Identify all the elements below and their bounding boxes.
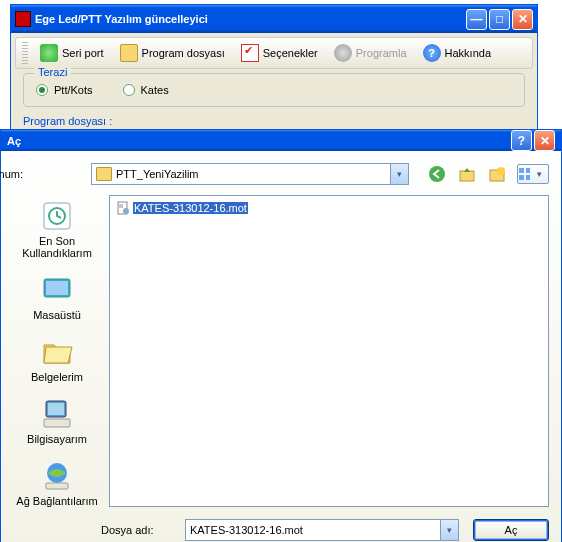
location-label: Konum:	[0, 168, 23, 180]
file-list[interactable]: KATES-313012-16.mot	[109, 195, 549, 507]
main-toolbar: Seri port Program dosyası Seçenekler Pro…	[15, 37, 533, 69]
up-button[interactable]	[457, 164, 477, 184]
svg-rect-14	[44, 419, 70, 427]
dialog-close-button[interactable]: ✕	[534, 130, 555, 151]
svg-rect-11	[46, 281, 68, 295]
radio-ptt-kots[interactable]: Ptt/Kots	[36, 84, 93, 96]
place-network[interactable]: Ağ Bağlantılarım	[13, 459, 101, 507]
new-folder-button[interactable]	[487, 164, 507, 184]
location-value: PTT_YeniYazilim	[116, 168, 199, 180]
place-recent[interactable]: En Son Kullandıklarım	[13, 199, 101, 259]
filename-input[interactable]: KATES-313012-16.mot	[185, 519, 459, 541]
location-combo[interactable]: PTT_YeniYazilim	[91, 163, 409, 185]
filename-label: Dosya adı:	[101, 524, 171, 536]
chevron-down-icon[interactable]	[440, 520, 458, 540]
documents-icon	[40, 335, 74, 369]
svg-rect-6	[519, 175, 524, 180]
secenekler-button[interactable]: Seçenekler	[235, 42, 324, 64]
svg-rect-4	[519, 168, 524, 173]
network-icon	[40, 459, 74, 493]
radio-dot-icon	[123, 84, 135, 96]
file-name: KATES-313012-16.mot	[133, 202, 248, 214]
gear-icon	[334, 44, 352, 62]
minimize-button[interactable]: —	[466, 9, 487, 30]
dialog-help-button[interactable]: ?	[511, 130, 532, 151]
groupbox-legend: Terazi	[34, 66, 71, 78]
seri-port-button[interactable]: Seri port	[34, 42, 110, 64]
dialog-titlebar: Aç ? ✕	[1, 130, 561, 151]
svg-rect-13	[48, 403, 64, 415]
printer-icon	[40, 44, 58, 62]
main-titlebar: Ege Led/PTT Yazılım güncelleyici — □ ✕	[11, 5, 537, 33]
place-desktop[interactable]: Masaüstü	[13, 273, 101, 321]
svg-rect-16	[46, 483, 68, 489]
hakkinda-button[interactable]: ? Hakkında	[417, 42, 497, 64]
toolbar-grip	[22, 42, 28, 64]
dialog-title: Aç	[7, 135, 21, 147]
program-dosyasi-label: Program dosyası :	[23, 115, 525, 127]
svg-rect-1	[460, 171, 474, 181]
place-computer[interactable]: Bilgisayarım	[13, 397, 101, 445]
file-item[interactable]: KATES-313012-16.mot	[114, 200, 250, 216]
place-documents[interactable]: Belgelerim	[13, 335, 101, 383]
radio-kates[interactable]: Kates	[123, 84, 169, 96]
file-open-dialog: Aç ? ✕ Konum: PTT_YeniYazilim	[0, 129, 562, 542]
close-button[interactable]: ✕	[512, 9, 533, 30]
radio-dot-icon	[36, 84, 48, 96]
recent-icon	[40, 199, 74, 233]
svg-point-3	[497, 167, 505, 175]
help-icon: ?	[423, 44, 441, 62]
options-icon	[241, 44, 259, 62]
back-button[interactable]	[427, 164, 447, 184]
folder-icon	[120, 44, 138, 62]
main-title: Ege Led/PTT Yazılım güncelleyici	[35, 13, 466, 25]
file-icon	[116, 201, 130, 215]
places-bar: En Son Kullandıklarım Masaüstü Belgeleri…	[13, 195, 101, 507]
svg-point-18	[123, 208, 129, 214]
view-menu-button[interactable]: ▼	[517, 164, 549, 184]
svg-point-0	[429, 166, 445, 182]
computer-icon	[40, 397, 74, 431]
open-button[interactable]: Aç	[473, 519, 549, 541]
maximize-button[interactable]: □	[489, 9, 510, 30]
folder-icon	[96, 167, 112, 181]
terazi-groupbox: Terazi Ptt/Kots Kates	[23, 73, 525, 107]
programla-button[interactable]: Programla	[328, 42, 413, 64]
chevron-down-icon[interactable]	[390, 164, 408, 184]
desktop-icon	[40, 273, 74, 307]
main-window: Ege Led/PTT Yazılım güncelleyici — □ ✕ S…	[10, 4, 538, 132]
program-dosyasi-button[interactable]: Program dosyası	[114, 42, 231, 64]
app-icon	[15, 11, 31, 27]
